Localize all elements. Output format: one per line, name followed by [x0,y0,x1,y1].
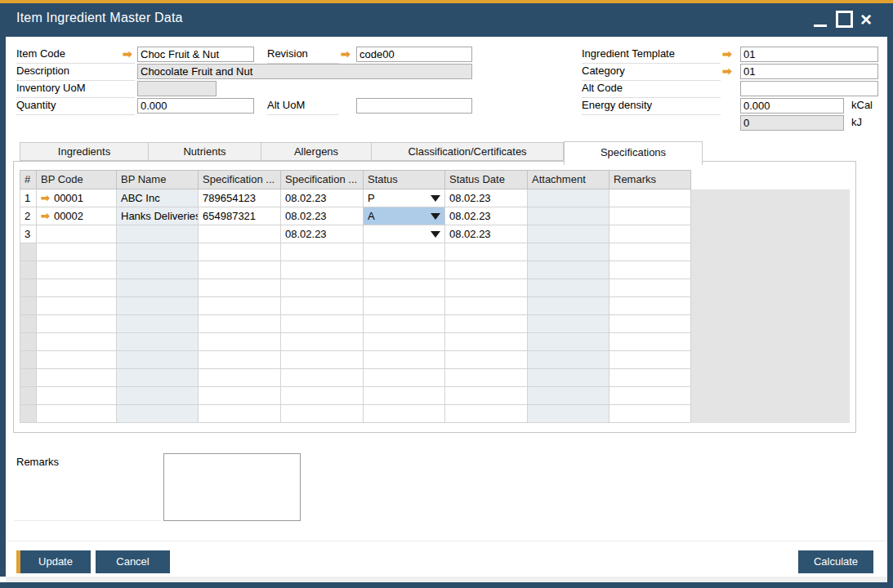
cell-attachment[interactable] [528,225,609,243]
calculate-button[interactable]: Calculate [798,550,873,573]
cell-spec2[interactable] [281,369,364,387]
energy-density-input[interactable] [740,98,844,114]
cell-spec2[interactable] [281,405,364,423]
cell-bp_name[interactable] [117,225,199,243]
cell-status_date[interactable]: 08.02.23 [445,189,528,207]
cell-bp_code[interactable] [37,297,117,315]
cell-status_date[interactable] [445,243,528,261]
cell-spec1[interactable] [199,297,281,315]
revision-link-arrow-icon[interactable]: ➡ [341,47,351,60]
column-header-bp_name[interactable]: BP Name [117,170,199,189]
cell-remarks[interactable] [609,315,691,333]
cell-spec2[interactable]: 08.02.23 [281,207,364,225]
cell-bp_code[interactable] [37,243,117,261]
cell-spec2[interactable] [281,261,364,279]
cell-status[interactable] [364,261,445,279]
cell-spec2[interactable] [281,387,364,405]
cell-spec2[interactable]: 08.02.23 [281,225,364,243]
cell-spec1[interactable] [199,243,281,261]
column-header-spec2[interactable]: Specification ... [281,170,364,189]
cell-bp_code[interactable] [37,369,117,387]
cell-status[interactable] [364,369,445,387]
cell-spec2[interactable] [281,297,364,315]
cell-num[interactable] [20,297,37,315]
cell-status_date[interactable] [445,387,528,405]
cell-status[interactable] [364,315,445,333]
cell-spec2[interactable] [281,351,364,369]
cell-num[interactable]: 2 [20,207,37,225]
cell-status_date[interactable] [445,279,528,297]
cell-bp_code[interactable] [37,315,117,333]
column-header-spec1[interactable]: Specification ... [199,170,281,189]
cell-num[interactable] [20,243,37,261]
cell-spec1[interactable] [199,279,281,297]
cell-attachment[interactable] [528,315,609,333]
cell-bp_code[interactable] [37,261,117,279]
quantity-input[interactable] [137,98,254,114]
cell-bp_code[interactable] [37,333,117,351]
close-icon[interactable]: × [860,5,872,34]
cell-status[interactable] [364,279,445,297]
cell-spec1[interactable] [199,261,281,279]
cell-bp_name[interactable] [117,297,199,315]
cell-attachment[interactable] [528,351,609,369]
cell-num[interactable] [20,405,37,423]
cell-spec2[interactable] [281,333,364,351]
cell-spec2[interactable] [281,315,364,333]
bp-code-link-arrow-icon[interactable]: ➡ [41,210,50,222]
status-dropdown-icon[interactable] [431,231,440,238]
cell-num[interactable]: 3 [20,225,37,243]
cell-attachment[interactable] [528,279,609,297]
alt-uom-input[interactable] [356,98,472,114]
cell-num[interactable] [20,315,37,333]
cell-attachment[interactable] [528,207,609,225]
alt-code-input[interactable] [740,81,878,96]
status-dropdown-icon[interactable] [431,195,440,202]
column-header-num[interactable]: # [20,170,37,189]
cell-remarks[interactable] [609,369,691,387]
cell-attachment[interactable] [528,243,609,261]
cell-spec1[interactable]: 789654123 [199,189,281,207]
cell-attachment[interactable] [528,405,609,423]
cell-bp_name[interactable]: Hanks Deliveries [117,207,199,225]
cell-attachment[interactable] [528,261,609,279]
cell-status[interactable]: P [364,189,445,207]
column-header-bp_code[interactable]: BP Code [37,170,117,189]
cell-spec1[interactable] [199,333,281,351]
cell-bp_name[interactable] [117,315,199,333]
cell-remarks[interactable] [609,225,691,243]
cell-spec2[interactable] [281,243,364,261]
maximize-icon[interactable] [836,11,853,28]
bp-code-link-arrow-icon[interactable]: ➡ [41,192,50,204]
cell-bp_name[interactable] [117,261,199,279]
cell-remarks[interactable] [609,279,691,297]
cell-remarks[interactable] [609,261,691,279]
cell-spec2[interactable] [281,279,364,297]
cell-attachment[interactable] [528,333,609,351]
tab-allergens[interactable]: Allergens [261,142,372,161]
column-header-attachment[interactable]: Attachment [528,170,609,189]
cell-status_date[interactable] [445,351,528,369]
cell-bp_name[interactable] [117,333,199,351]
cell-status_date[interactable]: 08.02.23 [445,225,528,243]
minimize-icon[interactable] [814,24,827,27]
cell-bp_name[interactable] [117,387,199,405]
cell-status_date[interactable] [445,405,528,423]
update-button[interactable]: Update [16,550,91,573]
cell-remarks[interactable] [609,207,691,225]
revision-input[interactable] [356,47,472,62]
cell-spec1[interactable] [199,405,281,423]
cell-remarks[interactable] [609,405,691,423]
column-header-status[interactable]: Status [364,170,445,189]
cell-bp_name[interactable] [117,351,199,369]
cell-bp_code[interactable] [37,351,117,369]
cell-status[interactable] [364,405,445,423]
tab-nutrients[interactable]: Nutrients [149,142,261,161]
cell-status[interactable] [364,333,445,351]
cell-num[interactable] [20,261,37,279]
cell-bp_name[interactable] [117,405,199,423]
cell-bp_code[interactable] [37,405,117,423]
cell-status_date[interactable] [445,297,528,315]
category-link-arrow-icon[interactable]: ➡ [722,65,732,78]
cell-spec1[interactable]: 654987321 [199,207,281,225]
